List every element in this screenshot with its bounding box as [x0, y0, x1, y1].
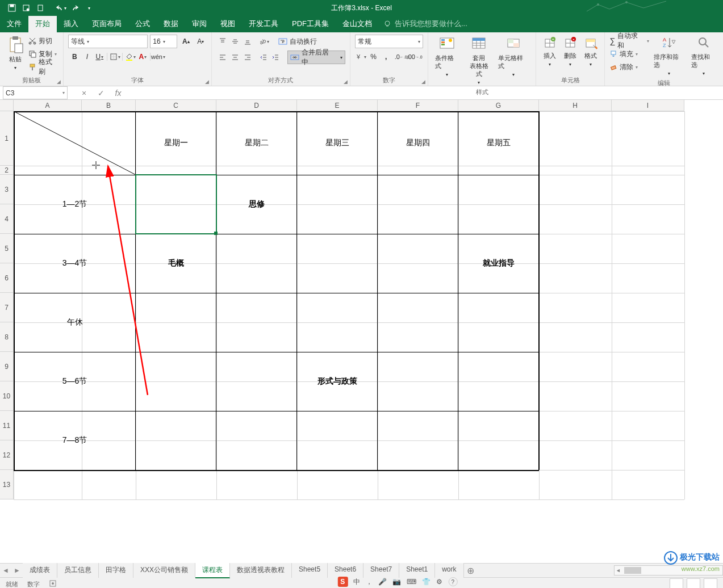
cell-E9[interactable]: 形式与政策 — [297, 352, 378, 411]
align-center-button[interactable] — [229, 51, 241, 64]
sheet-tab[interactable]: 数据透视表教程 — [230, 563, 292, 578]
font-color-button[interactable]: A — [136, 51, 149, 63]
col-header-A[interactable]: A — [14, 100, 82, 111]
tab-formulas[interactable]: 公式 — [128, 15, 157, 32]
find-select-button[interactable]: 查找和选▾ — [689, 35, 718, 79]
sheet-tab[interactable]: XXX公司销售额 — [133, 563, 195, 578]
sheet-tab[interactable]: 成绩表 — [23, 563, 57, 578]
row-header-13[interactable]: 13 — [0, 470, 14, 499]
bold-button[interactable]: B — [68, 51, 81, 63]
number-format-combo[interactable]: 常规▾ — [355, 35, 423, 48]
tab-developer[interactable]: 开发工具 — [242, 15, 285, 32]
phonetic-button[interactable]: wén — [152, 51, 164, 63]
delete-cells-button[interactable]: ×删除▾ — [561, 35, 579, 70]
add-sheet-button[interactable]: ⊕ — [464, 565, 478, 576]
clear-button[interactable]: 清除▾ — [609, 61, 649, 73]
underline-button[interactable]: U — [93, 51, 106, 63]
row-header-11[interactable]: 11 — [0, 411, 14, 440]
format-painter-button[interactable]: 格式刷 — [28, 61, 58, 73]
cell-C5[interactable]: 毛概 — [136, 234, 216, 293]
row-header-1[interactable]: 1 — [0, 111, 14, 166]
sheet-nav-prev[interactable]: ◄ — [0, 566, 11, 574]
cell-A5[interactable]: 3—4节 — [14, 234, 136, 293]
sheet-tab[interactable]: 课程表 — [195, 563, 230, 578]
decrease-font-button[interactable]: A▾ — [194, 35, 207, 48]
row-header-6[interactable]: 6 — [0, 263, 14, 293]
col-header-H[interactable]: H — [539, 100, 612, 111]
increase-indent-button[interactable] — [270, 51, 282, 64]
row-header-7[interactable]: 7 — [0, 293, 14, 322]
cell-A9[interactable]: 5—6节 — [14, 352, 136, 411]
sheet-tab[interactable]: Sheet1 — [399, 563, 435, 578]
tell-me-search[interactable]: 告诉我您想要做什么... — [383, 15, 467, 32]
decrease-indent-button[interactable] — [257, 51, 270, 64]
sheet-tab[interactable]: Sheet6 — [328, 563, 363, 578]
cell-F1[interactable]: 星期四 — [378, 111, 458, 175]
tab-file[interactable]: 文件 — [0, 15, 28, 32]
cell-A7[interactable]: 午休 — [14, 293, 136, 352]
align-middle-button[interactable] — [229, 35, 241, 48]
launcher-icon[interactable]: ◢ — [344, 79, 348, 85]
tab-layout[interactable]: 页面布局 — [85, 15, 128, 32]
align-left-button[interactable] — [216, 51, 229, 64]
col-header-I[interactable]: I — [612, 100, 684, 111]
wrap-text-button[interactable]: 自动换行 — [275, 35, 320, 48]
merge-center-button[interactable]: 合并后居中▾ — [287, 51, 345, 64]
insert-cells-button[interactable]: +插入▾ — [541, 35, 559, 70]
border-button[interactable] — [108, 51, 121, 63]
sheet-tab[interactable]: 员工信息 — [57, 563, 99, 578]
quick-print-button[interactable] — [34, 2, 47, 14]
cell-styles-button[interactable]: 单元格样式▾ — [496, 35, 532, 80]
qat-customize-button[interactable]: ▾ — [83, 2, 95, 14]
col-header-F[interactable]: F — [378, 100, 458, 111]
save-button[interactable] — [6, 2, 18, 14]
row-header-4[interactable]: 4 — [0, 204, 14, 234]
col-header-D[interactable]: D — [216, 100, 297, 111]
col-header-E[interactable]: E — [297, 100, 378, 111]
row-header-5[interactable]: 5 — [0, 234, 14, 263]
select-all-corner[interactable] — [0, 100, 14, 111]
cell-A3[interactable]: 1—2节 — [14, 175, 136, 234]
sheet-tab[interactable]: 田字格 — [99, 563, 133, 578]
row-header-12[interactable]: 12 — [0, 440, 14, 470]
font-size-combo[interactable]: 16▾ — [150, 35, 177, 48]
format-cells-button[interactable]: 格式▾ — [582, 35, 600, 70]
tab-view[interactable]: 视图 — [214, 15, 242, 32]
launcher-icon[interactable]: ◢ — [57, 79, 61, 85]
cell-C1[interactable]: 星期一 — [136, 111, 216, 175]
cell-G1[interactable]: 星期五 — [458, 111, 539, 175]
undo-button[interactable]: ▾ — [55, 2, 67, 14]
comma-button[interactable]: , — [380, 51, 392, 63]
col-header-C[interactable]: C — [136, 100, 216, 111]
sort-filter-button[interactable]: AZ排序和筛选▾ — [651, 35, 687, 79]
view-normal-button[interactable] — [670, 578, 683, 588]
col-header-B[interactable]: B — [82, 100, 136, 111]
cell-G5[interactable]: 就业指导 — [458, 234, 539, 293]
row-header-8[interactable]: 8 — [0, 322, 14, 352]
conditional-formatting-button[interactable]: 条件格式▾ — [433, 35, 462, 80]
col-header-G[interactable]: G — [458, 100, 539, 111]
tab-pdf[interactable]: PDF工具集 — [285, 15, 336, 32]
tab-data[interactable]: 数据 — [157, 15, 185, 32]
cancel-formula-button[interactable]: × — [79, 89, 89, 98]
sheet-tab[interactable]: Sheet7 — [363, 563, 399, 578]
sheet-tab[interactable]: work — [435, 563, 463, 578]
insert-function-button[interactable]: fx — [113, 89, 123, 98]
cell-A11[interactable]: 7—8节 — [14, 411, 136, 470]
row-header-2[interactable]: 2 — [0, 166, 14, 175]
name-box[interactable]: C3▾ — [3, 86, 68, 99]
tab-home[interactable]: 开始 — [28, 15, 57, 32]
tab-insert[interactable]: 插入 — [57, 15, 85, 32]
cut-button[interactable]: 剪切 — [28, 35, 58, 47]
enter-formula-button[interactable]: ✓ — [96, 89, 106, 98]
cell-E1[interactable]: 星期三 — [297, 111, 378, 175]
cell-D3[interactable]: 思修 — [216, 175, 297, 234]
row-header-3[interactable]: 3 — [0, 175, 14, 204]
touch-mode-button[interactable] — [20, 2, 32, 14]
italic-button[interactable]: I — [81, 51, 93, 63]
view-pagebreak-button[interactable] — [704, 578, 717, 588]
launcher-icon[interactable]: ◢ — [421, 79, 425, 85]
cell-D1[interactable]: 星期二 — [216, 111, 297, 175]
tab-wps[interactable]: 金山文档 — [336, 15, 379, 32]
font-name-combo[interactable]: 等线▾ — [68, 35, 148, 48]
